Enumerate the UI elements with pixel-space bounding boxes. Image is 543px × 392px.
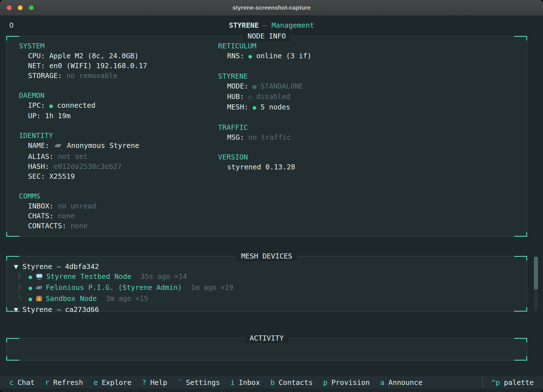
device-name: Styrene Testbed Node	[46, 272, 132, 281]
reticulum-section: RETICULUM RNS: ● online (3 if)	[218, 41, 527, 61]
group-name: Styrene	[22, 305, 52, 314]
mesh-devices-title: MESH DEVICES	[237, 251, 297, 261]
section-heading: RETICULUM	[218, 41, 527, 51]
corner-accent	[514, 356, 527, 361]
mesh-device-row[interactable]: ├●Styrene Testbed Node35s ago×14	[14, 272, 527, 283]
window-titlebar: styrene-screenshot-capture	[0, 0, 543, 16]
shortcut-key: ?	[142, 378, 146, 387]
row-label: SEC:	[28, 172, 45, 180]
shortcut-label: Provision	[331, 378, 370, 387]
mesh-group-header[interactable]: ▼ Styrene → ca273d66	[14, 305, 527, 315]
row-value: online (3 if)	[256, 52, 312, 60]
shortcut-refresh[interactable]: rRefresh	[45, 378, 83, 387]
terminal: O STYRENE — Management NODE INFO SYSTEM …	[0, 16, 543, 392]
row-value: X25519	[49, 172, 75, 180]
shortcut-chat[interactable]: cChat	[9, 378, 35, 387]
section-heading: STYRENE	[218, 71, 527, 81]
corner-accent	[514, 338, 527, 343]
device-count: ×19	[217, 283, 233, 292]
tree-branch-icon: └	[17, 294, 21, 303]
cpu-row: CPU: Apple M2 (8c, 24.0GB)	[19, 51, 218, 61]
hash-row: HASH: e012da2530c3eb27	[19, 161, 218, 171]
mesh-device-row[interactable]: └●Sandbox Node3m ago×15	[14, 294, 527, 305]
tree-branch-icon: ├	[17, 272, 21, 281]
row-value: e012da2530c3eb27	[53, 162, 122, 171]
group-name: Styrene	[22, 262, 52, 271]
comms-section: COMMS INBOX: no unread CHATS: none CONTA…	[19, 191, 218, 231]
mesh-devices-panel: MESH DEVICES ▼ Styrene → 4dbfa342 ├●Styr…	[6, 256, 527, 312]
styrene-section: STYRENE MODE: ◎ STANDALONE HUB: ○ disabl…	[218, 71, 527, 113]
row-value: Apple M2 (8c, 24.0GB)	[49, 52, 139, 60]
row-label: CONTACTS:	[28, 222, 66, 230]
row-value: connected	[57, 101, 95, 109]
device-last-seen: 1m ago	[182, 283, 216, 292]
minimize-button[interactable]	[18, 5, 23, 10]
chats-row: CHATS: none	[19, 211, 218, 221]
header-separator: —	[263, 21, 267, 29]
shortcut-label: Help	[150, 378, 167, 387]
row-label: MESH:	[227, 103, 248, 111]
zoom-button[interactable]	[29, 5, 34, 10]
section-heading: DAEMON	[19, 91, 218, 100]
sec-row: SEC: X25519	[19, 171, 218, 181]
shortcut-palette[interactable]: ^ppalette	[482, 376, 543, 389]
status-dot-icon: ●	[253, 104, 256, 111]
app-window: styrene-screenshot-capture O STYRENE — M…	[0, 0, 543, 392]
row-label: CPU:	[28, 52, 45, 60]
hub-indicator-icon: ○	[248, 94, 252, 100]
alias-row: ALIAS: not set	[19, 152, 218, 161]
row-label: MSG:	[227, 133, 244, 141]
shortcut-inbox[interactable]: iInbox	[230, 378, 260, 387]
row-value: en0 (WIFI) 192.168.0.17	[49, 62, 147, 70]
status-bar: cChat rRefresh eExplore ?Help `Settings …	[0, 376, 543, 389]
shortcut-label: Announce	[388, 378, 422, 387]
version-section: VERSION styrened 0.13.28	[218, 152, 527, 172]
mesh-device-row[interactable]: ├●Felonious P.I.G. (Styrene Admin)1m ago…	[14, 283, 527, 294]
mesh-row: MESH: ● 5 nodes	[218, 102, 527, 113]
node-info-title: NODE INFO	[243, 31, 290, 41]
device-count: ×15	[132, 294, 148, 303]
row-value: no traffic	[248, 133, 291, 141]
section-heading: COMMS	[19, 191, 218, 201]
shortcut-contacts[interactable]: bContacts	[270, 378, 313, 387]
shortcut-help[interactable]: ?Help	[142, 378, 167, 387]
collapse-arrow-icon[interactable]: ▼	[14, 262, 18, 271]
inbox-row: INBOX: no unread	[19, 201, 218, 211]
close-button[interactable]	[7, 5, 12, 10]
row-value: Anonymous Styrene	[67, 141, 139, 150]
shortcut-label: palette	[504, 378, 534, 387]
scrollbar-track[interactable]	[534, 257, 538, 311]
node-info-panel: NODE INFO SYSTEM CPU: Apple M2 (8c, 24.0…	[6, 36, 527, 237]
activity-title: ACTIVITY	[245, 333, 288, 343]
shortcut-announce[interactable]: aAnnounce	[380, 378, 422, 387]
mesh-group-header[interactable]: ▼ Styrene → 4dbfa342	[14, 262, 527, 272]
row-value: 5 nodes	[260, 103, 290, 111]
shortcut-provision[interactable]: pProvision	[323, 378, 370, 387]
collapse-arrow-icon[interactable]: ▼	[14, 305, 18, 314]
corner-accent	[6, 356, 19, 361]
storage-row: STORAGE: no removable	[19, 71, 218, 81]
identity-section: IDENTITY NAME:	[19, 131, 218, 181]
corner-accent	[6, 338, 19, 343]
shortcut-explore[interactable]: eExplore	[94, 378, 132, 387]
traffic-lights	[7, 0, 34, 15]
device-last-seen: 35s ago	[132, 272, 170, 281]
shortcut-key: e	[94, 378, 98, 387]
row-label: ALIAS:	[28, 152, 53, 161]
traffic-section: TRAFFIC MSG: no traffic	[218, 122, 527, 142]
shortcut-label: Refresh	[53, 378, 83, 387]
node-info-body: SYSTEM CPU: Apple M2 (8c, 24.0GB) NET: e…	[7, 36, 527, 241]
activity-panel: ACTIVITY	[6, 338, 527, 361]
row-value: none	[71, 222, 88, 230]
shortcut-key: b	[270, 378, 275, 387]
status-dot-icon: ●	[248, 53, 252, 60]
net-row: NET: en0 (WIFI) 192.168.0.17	[19, 61, 218, 71]
row-value: no removable	[66, 72, 117, 80]
row-value: none	[58, 212, 75, 220]
row-label: CHATS:	[28, 212, 53, 220]
device-name: Sandbox Node	[46, 294, 97, 303]
shortcut-settings[interactable]: `Settings	[178, 378, 220, 387]
row-label: HASH:	[28, 162, 49, 171]
scrollbar-thumb[interactable]	[534, 257, 538, 289]
group-hash: 4dbfa342	[65, 262, 99, 271]
